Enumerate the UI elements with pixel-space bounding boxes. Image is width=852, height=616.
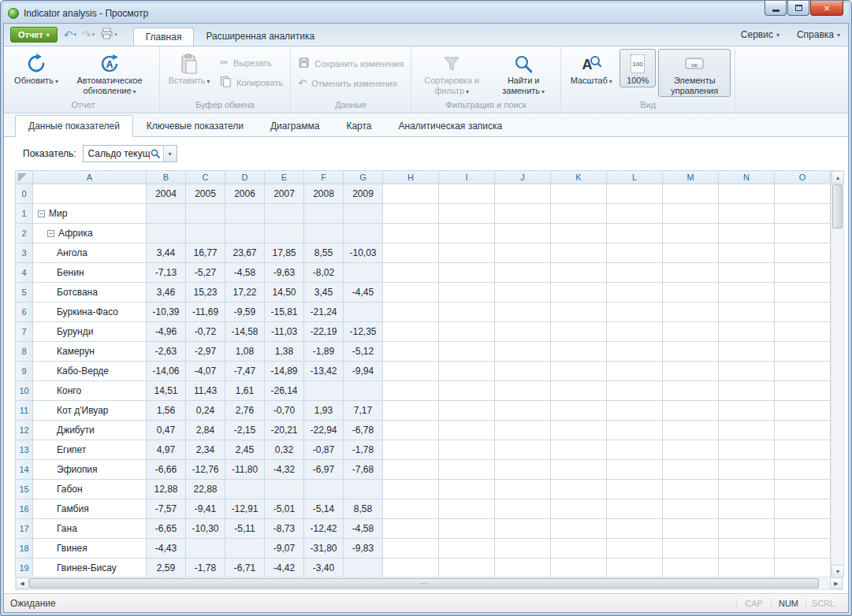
cell-E4[interactable]: -9,63 xyxy=(265,263,304,283)
cell-F18[interactable]: -31,80 xyxy=(304,539,344,558)
column-header-F[interactable]: F xyxy=(304,171,344,184)
select-all-corner[interactable] xyxy=(16,171,33,184)
cell-K13[interactable] xyxy=(551,440,607,460)
cell-M17[interactable] xyxy=(663,519,719,539)
column-header-G[interactable]: G xyxy=(344,171,383,184)
cell-E18[interactable]: -9,07 xyxy=(265,539,304,558)
scrollbar-thumb[interactable]: ⋯ xyxy=(29,578,819,588)
cell-H15[interactable] xyxy=(383,480,439,499)
row-header-11[interactable]: 11 xyxy=(16,401,33,421)
cell-E17[interactable]: -8,73 xyxy=(265,519,304,539)
cell-F5[interactable]: 3,45 xyxy=(304,283,344,302)
cell-O2[interactable] xyxy=(775,224,831,243)
cell-G11[interactable]: 7,17 xyxy=(344,401,383,421)
cell-J13[interactable] xyxy=(495,440,551,460)
cell-K0[interactable] xyxy=(551,184,607,204)
cell-E15[interactable] xyxy=(265,480,304,499)
cell-K4[interactable] xyxy=(551,263,607,283)
row-header-17[interactable]: 17 xyxy=(16,519,33,539)
row-header-2[interactable]: 2 xyxy=(16,224,33,243)
cell-N16[interactable] xyxy=(719,499,775,519)
cell-O12[interactable] xyxy=(775,421,831,440)
column-header-E[interactable]: E xyxy=(265,171,304,184)
cell-E1[interactable] xyxy=(265,204,304,224)
cell-O11[interactable] xyxy=(775,401,831,421)
refresh-button[interactable]: Обновить▾ xyxy=(11,49,61,87)
cell-L9[interactable] xyxy=(607,362,663,381)
cell-N9[interactable] xyxy=(719,362,775,381)
cell-C8[interactable]: -2,97 xyxy=(186,342,225,362)
cell-G4[interactable] xyxy=(344,263,383,283)
cell-L11[interactable] xyxy=(607,401,663,421)
cell-D1[interactable] xyxy=(225,204,265,224)
cell-C12[interactable]: 2,84 xyxy=(186,421,225,440)
cell-G18[interactable]: -9,83 xyxy=(344,539,383,558)
cell-B19[interactable]: 2,59 xyxy=(147,558,186,577)
cell-J15[interactable] xyxy=(495,480,551,499)
row-header-7[interactable]: 7 xyxy=(16,322,33,342)
cell-C7[interactable]: -0,72 xyxy=(186,322,225,342)
cell-J8[interactable] xyxy=(495,342,551,362)
cell-H9[interactable] xyxy=(383,362,439,381)
cell-J12[interactable] xyxy=(495,421,551,440)
cell-L0[interactable] xyxy=(607,184,663,204)
cell-M7[interactable] xyxy=(663,322,719,342)
cell-L17[interactable] xyxy=(607,519,663,539)
column-header-B[interactable]: B xyxy=(147,171,186,184)
ribbon-tab-advanced-analytics[interactable]: Расширенная аналитика xyxy=(194,28,326,46)
cell-J18[interactable] xyxy=(495,539,551,558)
cell-H13[interactable] xyxy=(383,440,439,460)
cell-N3[interactable] xyxy=(719,243,775,263)
cell-K10[interactable] xyxy=(551,381,607,401)
cell-G19[interactable] xyxy=(344,558,383,577)
cell-E12[interactable]: -20,21 xyxy=(265,421,304,440)
cell-L5[interactable] xyxy=(607,283,663,302)
cell-K11[interactable] xyxy=(551,401,607,421)
cell-I8[interactable] xyxy=(439,342,495,362)
column-header-K[interactable]: K xyxy=(551,171,607,184)
cell-L2[interactable] xyxy=(607,224,663,243)
cell-D13[interactable]: 2,45 xyxy=(225,440,265,460)
row-header-6[interactable]: 6 xyxy=(16,302,33,322)
row-header-10[interactable]: 10 xyxy=(16,381,33,401)
cell-I6[interactable] xyxy=(439,302,495,322)
cell-N7[interactable] xyxy=(719,322,775,342)
cell-N15[interactable] xyxy=(719,480,775,499)
cell-N8[interactable] xyxy=(719,342,775,362)
cell-A14[interactable]: Эфиопия xyxy=(33,460,147,480)
cell-F7[interactable]: -22,19 xyxy=(304,322,344,342)
horizontal-scrollbar[interactable]: ◀ ⋯ ▶ xyxy=(15,577,843,590)
cell-J11[interactable] xyxy=(495,401,551,421)
cell-A4[interactable]: Бенин xyxy=(33,263,147,283)
cell-F1[interactable] xyxy=(304,204,344,224)
cell-C0[interactable]: 2005 xyxy=(186,184,225,204)
print-button[interactable]: ▾ xyxy=(100,28,117,42)
scrollbar-thumb[interactable] xyxy=(832,184,843,228)
menu-service[interactable]: Сервис ▾ xyxy=(741,29,779,40)
cell-J0[interactable] xyxy=(495,184,551,204)
cell-A10[interactable]: Конго xyxy=(33,381,147,401)
tab-indicator-data[interactable]: Данные показателей xyxy=(15,115,133,137)
cell-N10[interactable] xyxy=(719,381,775,401)
cell-B18[interactable]: -4,43 xyxy=(147,539,186,558)
cell-O16[interactable] xyxy=(775,499,831,519)
cell-M3[interactable] xyxy=(663,243,719,263)
cell-A18[interactable]: Гвинея xyxy=(33,539,147,558)
cell-E8[interactable]: 1,38 xyxy=(265,342,304,362)
cell-F8[interactable]: -1,89 xyxy=(304,342,344,362)
scroll-right-button[interactable]: ▶ xyxy=(830,577,843,589)
cell-I7[interactable] xyxy=(439,322,495,342)
tab-chart[interactable]: Диаграмма xyxy=(257,115,333,137)
cell-C6[interactable]: -11,69 xyxy=(186,302,225,322)
row-header-12[interactable]: 12 xyxy=(16,421,33,440)
cell-N1[interactable] xyxy=(719,204,775,224)
cell-A17[interactable]: Гана xyxy=(33,519,147,539)
cell-O7[interactable] xyxy=(775,322,831,342)
cell-C2[interactable] xyxy=(186,224,225,243)
cell-L6[interactable] xyxy=(607,302,663,322)
row-header-19[interactable]: 19 xyxy=(16,558,33,577)
cell-H0[interactable] xyxy=(383,184,439,204)
column-header-A[interactable]: A xyxy=(33,171,147,184)
cell-N2[interactable] xyxy=(719,224,775,243)
column-header-O[interactable]: O xyxy=(775,171,831,184)
